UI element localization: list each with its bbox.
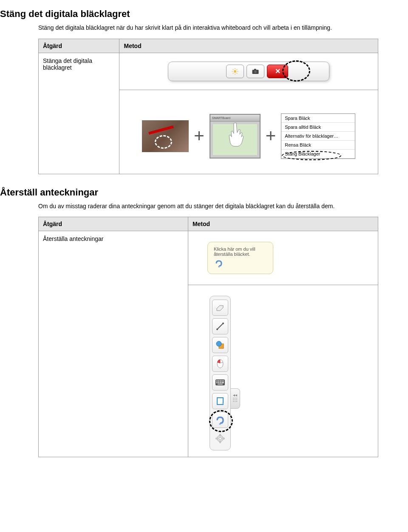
line-tool[interactable] xyxy=(212,318,228,334)
svg-rect-25 xyxy=(218,382,219,383)
note-tool[interactable] xyxy=(212,393,228,409)
plus-icon-1: + xyxy=(194,126,204,146)
line-icon xyxy=(215,322,225,331)
brightness-button[interactable] xyxy=(226,65,244,78)
mouse-icon xyxy=(216,359,224,368)
menu-clear-ink[interactable]: Rensa Bläck xyxy=(281,141,355,150)
action-cell-2: Återställa anteckningar xyxy=(39,231,188,457)
eraser-tool[interactable] xyxy=(212,300,228,316)
svg-rect-28 xyxy=(218,384,223,385)
svg-line-8 xyxy=(237,69,238,70)
svg-rect-23 xyxy=(223,380,224,382)
section2-title: Återställ anteckningar xyxy=(0,187,378,198)
svg-line-7 xyxy=(233,73,234,74)
eraser-icon xyxy=(215,304,225,311)
svg-point-0 xyxy=(234,70,236,73)
settings-tool[interactable] xyxy=(212,430,228,447)
shape-icon xyxy=(215,340,225,350)
plus-icon-2: + xyxy=(266,126,276,146)
svg-rect-19 xyxy=(216,380,218,382)
brightness-icon xyxy=(231,68,239,75)
menu-ink-options[interactable]: Alternativ för bläcklager… xyxy=(281,132,355,141)
svg-rect-24 xyxy=(216,382,218,383)
camera-button[interactable] xyxy=(246,65,264,78)
col-action-header-2: Åtgärd xyxy=(39,217,188,231)
svg-point-13 xyxy=(216,328,218,330)
svg-point-16 xyxy=(216,341,221,346)
svg-rect-20 xyxy=(218,380,219,382)
svg-line-6 xyxy=(237,73,238,74)
floating-toolbar xyxy=(168,62,329,81)
svg-line-5 xyxy=(233,69,234,70)
section1-table: Åtgärd Metod Stänga det digitala bläckla… xyxy=(38,39,378,174)
svg-rect-34 xyxy=(220,441,221,443)
section1-title: Stäng det digitala bläcklagret xyxy=(0,8,378,20)
svg-rect-33 xyxy=(220,434,221,436)
col-action-header: Åtgärd xyxy=(39,39,119,53)
undo-tool-icon xyxy=(215,415,225,425)
col-method-header-2: Metod xyxy=(188,217,378,231)
gear-icon xyxy=(215,434,225,443)
method-cell-toolbar xyxy=(119,53,378,90)
ink-context-menu: Spara Bläck Spara alltid Bläck Alternati… xyxy=(281,113,355,159)
svg-point-10 xyxy=(254,70,257,73)
section1-body: Stäng det digitala bläcklagret när du ha… xyxy=(38,24,378,32)
undo-icon xyxy=(214,258,224,269)
grip-dots-icon xyxy=(233,398,237,404)
section2-body: Om du av misstag raderar dina anteckning… xyxy=(38,202,378,211)
method-cell-combo: + SMARTBoard + Spara Bläck Spara alltid … xyxy=(119,90,378,174)
svg-rect-26 xyxy=(220,382,221,383)
svg-rect-11 xyxy=(254,69,256,70)
menu-always-save[interactable]: Spara alltid Bläck xyxy=(281,123,355,132)
mouse-tool[interactable] xyxy=(212,356,228,372)
svg-rect-21 xyxy=(220,380,221,382)
col-method-header: Metod xyxy=(119,39,378,53)
svg-rect-27 xyxy=(221,382,224,383)
svg-rect-36 xyxy=(223,438,224,439)
undo-tool[interactable] xyxy=(212,412,228,428)
restore-tooltip[interactable]: Klicka här om du vill återställa bläcket… xyxy=(207,242,273,274)
hand-icon xyxy=(224,121,246,148)
toolbar-handle[interactable]: ◂◂ xyxy=(231,388,240,409)
touch-panel: SMARTBoard xyxy=(210,114,261,158)
shape-tool[interactable] xyxy=(212,337,228,353)
tooltip-text: Klicka här om du vill återställa bläcket… xyxy=(214,246,255,257)
touch-panel-brand: SMARTBoard xyxy=(210,115,260,122)
keyboard-tool[interactable] xyxy=(212,374,228,391)
svg-point-32 xyxy=(219,437,221,440)
pen-photo xyxy=(142,120,189,152)
svg-point-14 xyxy=(222,323,224,324)
collapse-arrows-icon: ◂◂ xyxy=(233,393,237,397)
menu-save-ink[interactable]: Spara Bläck xyxy=(281,114,355,123)
svg-rect-35 xyxy=(216,438,218,439)
svg-line-12 xyxy=(217,323,223,329)
svg-rect-22 xyxy=(221,380,223,382)
method-tooltip-cell: Klicka här om du vill återställa bläcket… xyxy=(188,231,378,285)
close-button[interactable] xyxy=(267,65,288,78)
note-icon xyxy=(216,396,224,406)
menu-close-layer[interactable]: Stäng Bläcklager xyxy=(281,150,355,158)
action-cell: Stänga det digitala bläcklagret xyxy=(39,53,119,174)
camera-icon xyxy=(252,68,259,74)
keyboard-icon xyxy=(215,379,225,386)
section2-table: Åtgärd Metod Återställa anteckningar Kli… xyxy=(38,217,378,457)
method-vtoolbar-cell: ◂◂ xyxy=(188,285,378,457)
vertical-toolbar xyxy=(210,296,231,450)
